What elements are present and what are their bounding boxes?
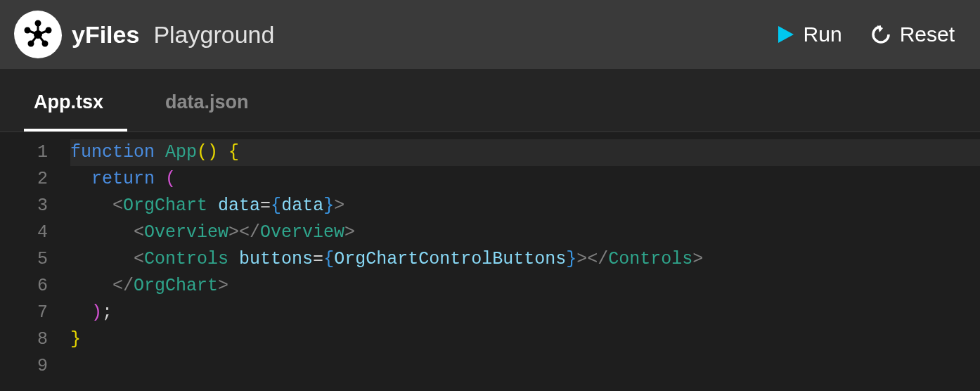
code-editor[interactable]: 1 2 3 4 5 6 7 8 9 function App() { retur… [0, 132, 980, 380]
brand: yFiles Playground [14, 11, 274, 58]
svg-marker-11 [778, 26, 794, 43]
code-area[interactable]: function App() { return ( <OrgChart data… [70, 132, 980, 380]
code-line: <Controls buttons={OrgChartControlButton… [70, 246, 980, 273]
brand-name: yFiles [72, 21, 139, 49]
code-line: ); [70, 300, 980, 326]
code-line: </OrgChart> [70, 273, 980, 300]
reset-icon [870, 24, 891, 45]
tab-data-json[interactable]: data.json [155, 91, 273, 132]
run-label: Run [804, 23, 842, 46]
code-line: <Overview></Overview> [70, 219, 980, 246]
tab-app-tsx[interactable]: App.tsx [24, 91, 127, 132]
code-line: function App() { [70, 139, 980, 166]
header-actions: Run Reset [775, 23, 955, 46]
line-number-gutter: 1 2 3 4 5 6 7 8 9 [0, 132, 70, 380]
tabs-bar: App.tsx data.json [0, 69, 980, 132]
app-header: yFiles Playground Run Reset [0, 0, 980, 69]
yfiles-logo-icon [14, 11, 62, 58]
code-line [70, 353, 980, 380]
run-button[interactable]: Run [775, 23, 842, 46]
reset-button[interactable]: Reset [870, 23, 955, 46]
code-line: } [70, 326, 980, 353]
brand-subtitle: Playground [153, 21, 274, 49]
code-line: return ( [70, 166, 980, 193]
play-icon [775, 25, 795, 44]
code-line: <OrgChart data={data}> [70, 193, 980, 219]
reset-label: Reset [900, 23, 955, 46]
